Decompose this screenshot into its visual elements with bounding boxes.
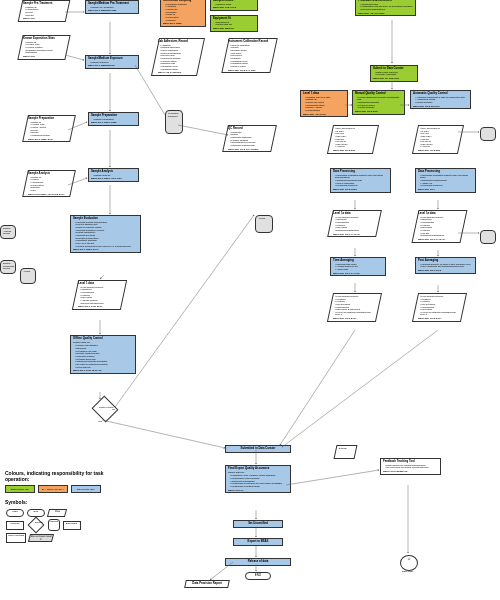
- node-post-avg: Post Averaging• Calculate property on ba…: [415, 257, 476, 274]
- cyl-transport: Lg Sample Transport: [165, 110, 183, 134]
- node-proc-assess: Procedure & Assessment• Instrument check…: [355, 0, 416, 16]
- node-lab-adh: Lab Adhesives Record• Validation• Spectr…: [151, 38, 205, 76]
- node-samples-online: Samples online• Samples onlineMSF0-ONL-L…: [210, 0, 258, 11]
- node-lvl2-1: • Final targeted property• Clustered• Me…: [327, 293, 382, 322]
- node-time-avg: Time Averaging• Calculate time series• A…: [330, 257, 386, 276]
- node-lvl2-2: • Final targeted property• Clustered• Me…: [412, 293, 467, 322]
- node-dproc2: Data Processing• Calculation of targeted…: [415, 168, 476, 193]
- node-submit-dc: Submitted to Data Curator: [225, 445, 291, 453]
- cyl-r1: [480, 127, 496, 141]
- node-dproc1: Data Processing• Calculation of targeted…: [330, 168, 391, 193]
- node-known-expo: Known Exposition Sites• Station ID• Medi…: [17, 35, 70, 60]
- svg-line-1: [65, 55, 84, 60]
- label-yes: yes: [98, 420, 102, 423]
- node-submit-dc1: Submit to Data Curator• Data curator rep…: [370, 65, 418, 82]
- node-qc-record: QC Record• Replicates• Blanks• Reference…: [222, 125, 277, 152]
- node-export-ebas: Export to EBAS: [233, 538, 283, 546]
- node-sample-pretreat-data: Sample Pre-Treatment• Sample ID• Homogen…: [18, 0, 71, 22]
- cyl-sa: Sample Analysis Record: [0, 225, 16, 239]
- node-equip-fit: Equipment fit• Equipment fit• Normal rac…: [210, 15, 258, 32]
- node-sample-analysis: Sample Analysis• Sample analysisMSF0-OFF…: [88, 168, 139, 182]
- node-off-qc: Offline Quality ControlOutput data for:•…: [70, 335, 136, 374]
- node-sample-prep-data: Sample Preparation• Station ID• Medium T…: [22, 115, 76, 142]
- node-central-sampling: Centralized sampling• Centralized sampli…: [160, 0, 206, 27]
- node-lvl1-data: Level 1 data• Final targeted property• O…: [72, 280, 127, 310]
- node-external: External: [334, 445, 358, 459]
- svg-line-8: [100, 275, 104, 279]
- node-feedback: Feedback Tracking Tool• Data checked for…: [380, 458, 441, 475]
- svg-line-11: [102, 420, 225, 448]
- label-no: no: [112, 408, 115, 411]
- items: • Sample ID• Homogenize• Drying• Sieving: [23, 6, 65, 17]
- svg-line-13: [178, 125, 228, 135]
- node-release: Release of data: [225, 558, 291, 566]
- node-instr-cal: Instrument Calibration Record• General c…: [221, 38, 277, 73]
- node-set-uncert: Set Uncertified: [233, 520, 283, 528]
- node-dpr: Data Provision Report: [184, 580, 230, 588]
- node-sample-analysis-data: Sample Analysis• Station ID• Method• Vol…: [22, 170, 76, 197]
- node-b20b: • then, accounted no• df REM• QC rule• R…: [412, 125, 464, 154]
- legend: Colours, indicating responsibility for t…: [5, 470, 110, 544]
- cyl-sp: Sample Preparation Record: [0, 260, 16, 274]
- cyl-archive1: Archive: [255, 215, 273, 233]
- node-end: END: [245, 572, 271, 580]
- cyl-arch2: Archive: [20, 268, 36, 284]
- node-b20a: • then, accounted no• df REM• QC rule• R…: [327, 125, 379, 154]
- node-lvl1a-2: Level 1a data• Final targeted property• …: [412, 210, 468, 243]
- icon-user: ☺: [400, 555, 418, 571]
- node-medium-pretreat: Sample/Medium Pre-Treatment• Sample Pre-…: [85, 0, 139, 14]
- node-lvl1a-1: Level 1a data• Final targeted property• …: [327, 210, 382, 237]
- node-sample-eval: Sample Evaluation• Calculate sample conc…: [70, 215, 141, 253]
- cyl-r2: [480, 230, 496, 244]
- svg-line-26: [280, 330, 355, 445]
- node-medium-expo: Sample/Medium Exposure• Sample ExposureM…: [85, 55, 139, 69]
- node-lvl1-orange: Level 1 data• Indicates scan of df data•…: [300, 90, 348, 117]
- svg-line-27: [282, 330, 438, 447]
- node-auto-qc: Automatic Quality Control• Automatic ass…: [410, 90, 471, 109]
- node-man-qc: Manual Quality Control• Manual assignmen…: [352, 90, 405, 115]
- node-final-qa: Final Export Quality AssuranceCheck data…: [225, 465, 291, 493]
- svg-line-28: [286, 470, 379, 485]
- node-sample-prep: Sample Preparation• Sample PreparationMS…: [88, 112, 139, 126]
